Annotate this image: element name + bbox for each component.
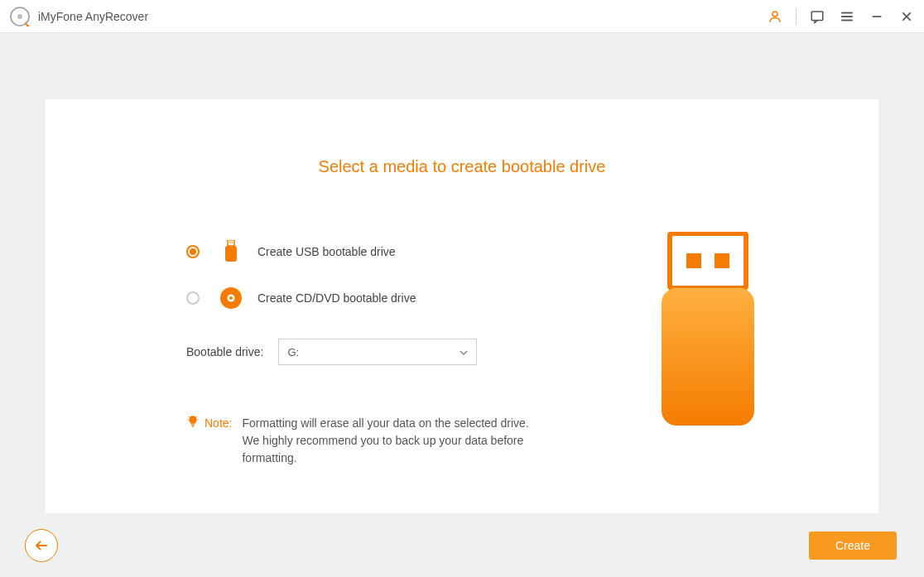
- close-icon[interactable]: [899, 9, 914, 24]
- svg-rect-10: [228, 240, 234, 246]
- drive-label: Bootable drive:: [186, 345, 263, 358]
- menu-icon[interactable]: [840, 9, 854, 24]
- radio-cd[interactable]: [186, 291, 200, 305]
- content-card: Select a media to create bootable drive …: [46, 99, 878, 513]
- radio-usb[interactable]: [186, 245, 200, 258]
- svg-rect-3: [811, 12, 823, 21]
- user-icon[interactable]: [768, 9, 782, 24]
- svg-line-22: [196, 416, 197, 417]
- cd-small-icon: [218, 286, 244, 310]
- note-prefix: Note:: [205, 416, 232, 430]
- feedback-icon[interactable]: [810, 9, 825, 24]
- svg-rect-25: [715, 253, 729, 268]
- note-text: Formatting will erase all your data on t…: [242, 415, 540, 467]
- usb-large-icon: [662, 232, 754, 430]
- lightbulb-icon: [186, 415, 200, 430]
- chevron-down-icon: [460, 348, 468, 357]
- svg-point-1: [17, 14, 22, 19]
- option-cd-label: Create CD/DVD bootable drive: [257, 291, 416, 305]
- app-title: iMyFone AnyRecover: [38, 10, 768, 23]
- footer-bar: Create: [25, 529, 897, 562]
- svg-line-21: [189, 416, 190, 417]
- back-button[interactable]: [25, 529, 58, 562]
- titlebar-controls: [768, 8, 914, 25]
- titlebar: iMyFone AnyRecover: [0, 0, 924, 33]
- page-heading: Select a media to create bootable drive: [46, 157, 878, 176]
- main-area: Select a media to create bootable drive …: [0, 33, 924, 577]
- svg-rect-17: [191, 424, 195, 425]
- svg-rect-12: [232, 242, 233, 243]
- svg-rect-18: [192, 426, 195, 426]
- svg-rect-23: [670, 233, 746, 288]
- option-usb-label: Create USB bootable drive: [257, 245, 396, 258]
- app-logo-icon: [10, 7, 30, 26]
- create-button[interactable]: Create: [809, 531, 897, 560]
- titlebar-divider: [796, 8, 796, 25]
- svg-point-2: [772, 12, 777, 17]
- svg-rect-13: [225, 246, 237, 262]
- drive-select[interactable]: G:: [278, 339, 477, 365]
- note-marker: Note:: [186, 415, 232, 430]
- svg-point-16: [229, 296, 233, 300]
- drive-select-value: G:: [287, 346, 299, 358]
- svg-rect-24: [686, 253, 701, 268]
- minimize-icon[interactable]: [869, 9, 884, 24]
- usb-small-icon: [218, 240, 244, 263]
- svg-rect-26: [662, 288, 754, 426]
- svg-rect-11: [229, 242, 231, 243]
